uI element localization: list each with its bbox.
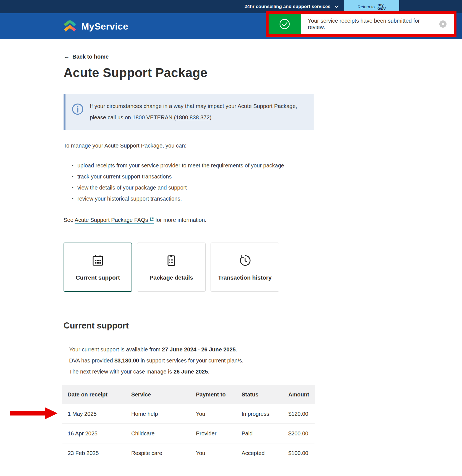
cell-date: 23 Feb 2025	[62, 443, 126, 463]
cell-status: Accepted	[236, 443, 283, 463]
annotation-highlight-success-toast: Your service receipts have been submitte…	[266, 11, 456, 37]
table-row: 1 May 2025 Home help You In progress $12…	[62, 404, 315, 424]
cell-amount: $200.00	[283, 424, 315, 443]
cell-amount: $120.00	[283, 404, 315, 424]
cell-payment-to: Provider	[190, 424, 236, 443]
info-icon	[71, 103, 84, 115]
column-header-status: Status	[236, 385, 283, 404]
cell-date: 1 May 2025	[62, 404, 126, 424]
table-header-row: Date on receipt Service Payment to Statu…	[62, 385, 315, 404]
table-row: 23 Feb 2025 Respite care You Accepted $1…	[62, 443, 315, 463]
cell-service: Home help	[126, 404, 190, 424]
arrow-left-icon: ←	[64, 53, 70, 60]
current-support-heading: Current support	[64, 321, 314, 331]
page-title: Acute Support Package	[64, 65, 314, 80]
list-item: upload receipts from your service provid…	[72, 160, 314, 171]
mygov-logo: my Gov	[377, 3, 386, 10]
myservice-logo[interactable]: MyService	[63, 13, 128, 39]
cell-payment-to: You	[190, 443, 236, 463]
faq-link[interactable]: Acute Support Package FAQs	[75, 217, 154, 224]
card-current-support[interactable]: Current support	[64, 243, 132, 292]
transactions-table: Date on receipt Service Payment to Statu…	[62, 385, 315, 463]
support-period-text: Your current support is available from 2…	[69, 344, 314, 355]
check-circle-icon	[279, 18, 291, 30]
back-to-home-label: Back to home	[72, 54, 109, 60]
card-label: Package details	[149, 274, 193, 281]
main-content: ← Back to home Acute Support Package If …	[64, 39, 314, 463]
return-to-label: Return to	[358, 4, 375, 9]
faq-text: See Acute Support Package FAQs for more …	[64, 217, 314, 223]
manage-options-list: upload receipts from your service provid…	[64, 160, 314, 204]
clipboard-list-icon	[164, 253, 179, 268]
review-date-text: The next review with your case manage is…	[69, 366, 314, 377]
divider	[66, 308, 312, 308]
brand-name: MyService	[81, 21, 128, 32]
calendar-icon	[91, 253, 105, 268]
info-notice: If your circumstances change in a way th…	[64, 94, 314, 130]
column-header-amount: Amount	[283, 385, 315, 404]
column-header-date: Date on receipt	[62, 385, 126, 404]
cell-status: Paid	[236, 424, 283, 443]
notification-message: Your service receipts have been submitte…	[301, 14, 436, 34]
myservice-logo-icon	[63, 20, 77, 32]
card-transaction-history[interactable]: Transaction history	[211, 243, 279, 292]
intro-text: To manage your Acute Support Package, yo…	[64, 143, 314, 149]
back-to-home-link[interactable]: ← Back to home	[64, 53, 109, 60]
cell-date: 16 Apr 2025	[62, 424, 126, 443]
cell-status: In progress	[236, 404, 283, 424]
support-services-label: 24hr counselling and support services	[245, 4, 330, 9]
history-icon	[238, 253, 252, 268]
table-row: 16 Apr 2025 Childcare Provider Paid $200…	[62, 424, 315, 443]
list-item: review your historical support transacti…	[72, 193, 314, 204]
card-label: Transaction history	[218, 274, 272, 281]
phone-link[interactable]: 1800 838 372	[176, 114, 209, 120]
close-icon[interactable]: ✕	[439, 20, 447, 28]
cell-service: Childcare	[126, 424, 190, 443]
info-notice-text: If your circumstances change in a way th…	[90, 101, 305, 123]
column-header-payment-to: Payment to	[190, 385, 236, 404]
chevron-down-icon	[334, 5, 339, 8]
external-link-icon	[150, 217, 154, 221]
success-icon-panel	[269, 14, 301, 34]
list-item: view the details of your package and sup…	[72, 182, 314, 193]
card-package-details[interactable]: Package details	[137, 243, 206, 292]
package-nav-cards: Current support Package details Transact…	[64, 243, 314, 292]
support-amount-text: DVA has provided $3,130.00 in support se…	[69, 355, 314, 366]
cell-service: Respite care	[126, 443, 190, 463]
cell-amount: $100.00	[283, 443, 315, 463]
cell-payment-to: You	[190, 404, 236, 424]
column-header-service: Service	[126, 385, 190, 404]
list-item: track your current support transactions	[72, 171, 314, 182]
current-support-summary: Your current support is available from 2…	[64, 344, 314, 377]
card-label: Current support	[76, 274, 120, 281]
annotation-arrow	[10, 407, 57, 420]
